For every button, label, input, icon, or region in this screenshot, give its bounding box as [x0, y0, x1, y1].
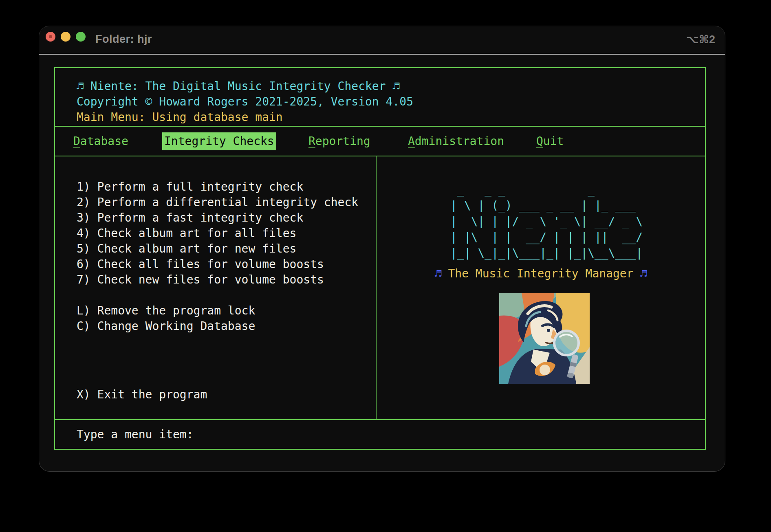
window-shortcut-hint: ⌥⌘2 — [686, 33, 715, 46]
tagline: ♬The Music Integrity Manager♬ — [377, 266, 705, 281]
menubar-item-administration[interactable]: Administration — [408, 134, 504, 149]
app-header: ♬ Niente: The Digital Music Integrity Ch… — [55, 68, 705, 126]
menu-item-exit[interactable]: X) Exit the program — [77, 387, 376, 402]
menu-item-volume-new[interactable]: 7) Check new files for volume boosts — [77, 272, 376, 288]
tui-frame: ♬ Niente: The Digital Music Integrity Ch… — [54, 67, 706, 450]
menu-item-differential-check[interactable]: 2) Perform a differential integrity chec… — [77, 195, 376, 210]
menubar-item-database[interactable]: Database — [73, 134, 128, 149]
menu-item-remove-lock[interactable]: L) Remove the program lock — [77, 303, 376, 319]
prompt-label: Type a menu item: — [77, 427, 194, 442]
terminal-window: Folder: hjr ⌥⌘2 ♬ Niente: The Digital Mu… — [39, 26, 725, 471]
minimize-button[interactable] — [61, 32, 70, 42]
music-note-icon: ♬ — [435, 267, 442, 280]
beethoven-illustration — [499, 293, 590, 384]
menu-item-album-art-new[interactable]: 5) Check album art for new files — [77, 241, 376, 257]
branding-panel: _ _ _ _ | \ | (_) ___ _ __ | |_ ___ | \|… — [377, 156, 705, 419]
menu-item-album-art-all[interactable]: 4) Check album art for all files — [77, 226, 376, 241]
menubar-item-integrity-checks[interactable]: Integrity Checks — [162, 132, 276, 150]
menubar-item-quit[interactable]: Quit — [536, 134, 564, 149]
menu-panel: 1) Perform a full integrity check 2) Per… — [55, 156, 377, 419]
window-title: Folder: hjr — [95, 33, 152, 46]
music-note-icon: ♬ — [640, 267, 647, 280]
niente-ascii-logo: _ _ _ _ | \ | (_) ___ _ __ | |_ ___ | \|… — [450, 182, 643, 261]
menubar-item-reporting[interactable]: Reporting — [308, 134, 370, 149]
menu-item-fast-check[interactable]: 3) Perform a fast integrity check — [77, 210, 376, 226]
main-area: 1) Perform a full integrity check 2) Per… — [55, 156, 705, 419]
menubar: Database Integrity Checks Reporting Admi… — [55, 126, 705, 156]
menu-item-volume-all[interactable]: 6) Check all files for volume boosts — [77, 257, 376, 272]
close-button[interactable] — [46, 32, 55, 42]
copyright-line: Copyright © Howard Rogers 2021-2025, Ver… — [77, 94, 705, 110]
titlebar: Folder: hjr ⌥⌘2 — [39, 26, 725, 55]
menu-item-full-check[interactable]: 1) Perform a full integrity check — [77, 179, 376, 195]
zoom-button[interactable] — [76, 32, 86, 42]
app-title: ♬ Niente: The Digital Music Integrity Ch… — [77, 79, 705, 94]
status-line: Main Menu: Using database main — [77, 110, 705, 125]
beethoven-image — [499, 293, 590, 384]
menu-item-change-database[interactable]: C) Change Working Database — [77, 319, 376, 334]
traffic-lights — [46, 32, 86, 42]
tagline-text: The Music Integrity Manager — [448, 267, 633, 280]
command-prompt[interactable]: Type a menu item: — [55, 419, 705, 449]
